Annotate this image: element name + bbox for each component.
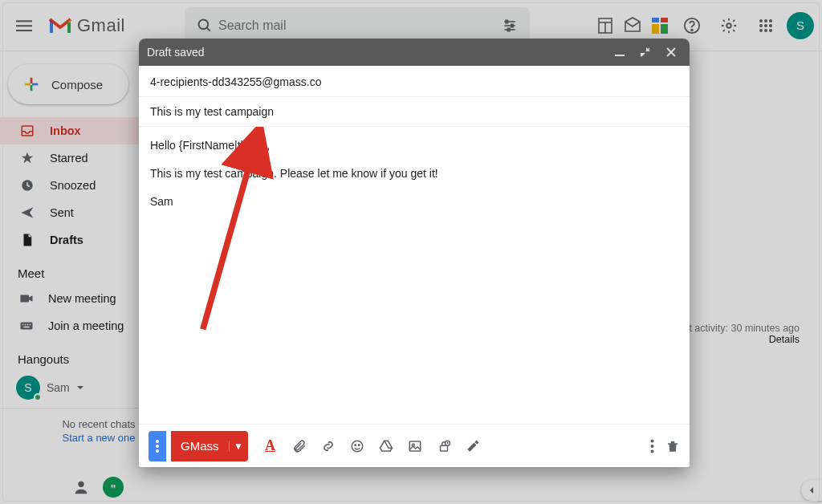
svg-point-50 bbox=[156, 449, 159, 453]
svg-rect-40 bbox=[27, 324, 29, 326]
hangouts-icon[interactable] bbox=[103, 477, 124, 498]
star-icon bbox=[19, 151, 35, 165]
search-options-icon[interactable] bbox=[496, 18, 523, 34]
confidential-mode-icon[interactable] bbox=[434, 439, 454, 453]
svg-point-19 bbox=[691, 29, 693, 30]
account-avatar[interactable]: S bbox=[787, 12, 814, 39]
gmass-send-button[interactable]: GMass ▼ bbox=[171, 431, 248, 461]
svg-point-28 bbox=[764, 29, 767, 32]
inbox-icon bbox=[19, 124, 35, 138]
sidebar-item-label: Starred bbox=[50, 152, 88, 165]
svg-point-21 bbox=[759, 19, 763, 22]
no-recent-chats-text: No recent chats bbox=[62, 418, 135, 430]
body-line: Hello {FirstName|there}, bbox=[150, 136, 678, 155]
format-text-icon[interactable]: A bbox=[261, 437, 280, 454]
shrink-icon bbox=[641, 47, 650, 57]
person-icon[interactable] bbox=[72, 478, 90, 496]
body-signature: Sam bbox=[150, 193, 678, 211]
svg-point-43 bbox=[78, 482, 83, 487]
svg-rect-15 bbox=[661, 18, 668, 22]
svg-point-20 bbox=[726, 23, 731, 28]
search-input[interactable] bbox=[218, 18, 496, 33]
svg-rect-42 bbox=[23, 327, 30, 328]
main-menu-button[interactable] bbox=[8, 10, 40, 42]
svg-rect-54 bbox=[409, 441, 421, 451]
compose-header[interactable]: Draft saved bbox=[139, 39, 690, 66]
sidebar-item-label: Snoozed bbox=[50, 179, 96, 192]
svg-point-59 bbox=[651, 445, 654, 448]
svg-point-51 bbox=[352, 441, 363, 452]
svg-point-29 bbox=[769, 29, 772, 32]
svg-rect-1 bbox=[16, 25, 32, 26]
extension-icon-1[interactable] bbox=[594, 14, 616, 37]
gmail-logo-icon bbox=[48, 16, 72, 35]
help-button[interactable] bbox=[676, 10, 708, 42]
presence-indicator bbox=[34, 393, 42, 401]
attach-file-icon[interactable] bbox=[290, 439, 309, 453]
insert-link-icon[interactable] bbox=[319, 438, 338, 454]
apps-grid-icon bbox=[759, 18, 773, 33]
help-icon bbox=[683, 17, 701, 35]
insert-signature-icon[interactable] bbox=[463, 439, 482, 453]
clock-icon bbox=[19, 178, 35, 193]
plus-icon bbox=[22, 75, 40, 93]
svg-rect-41 bbox=[30, 324, 31, 326]
extension-icon-2[interactable] bbox=[621, 14, 644, 37]
insert-emoji-icon[interactable] bbox=[348, 439, 367, 453]
settings-button[interactable] bbox=[713, 10, 745, 42]
svg-rect-36 bbox=[21, 295, 30, 303]
meet-item-label: New meeting bbox=[48, 292, 116, 305]
svg-rect-56 bbox=[440, 445, 447, 451]
compose-title: Draft saved bbox=[147, 46, 604, 59]
keyboard-icon bbox=[19, 319, 34, 333]
insert-drive-icon[interactable] bbox=[376, 439, 396, 453]
gmail-logo[interactable]: Gmail bbox=[48, 15, 177, 36]
search-icon bbox=[191, 18, 218, 34]
svg-line-4 bbox=[207, 27, 210, 30]
apps-button[interactable] bbox=[750, 10, 782, 42]
compose-to-field[interactable]: 4-recipients-dd343255@gmass.co bbox=[139, 66, 690, 97]
sidebar-item-label: Drafts bbox=[50, 234, 83, 246]
svg-rect-9 bbox=[511, 24, 514, 26]
sidebar-item-label: Sent bbox=[50, 206, 74, 219]
meet-item-label: Join a meeting bbox=[48, 319, 124, 332]
svg-rect-39 bbox=[25, 324, 26, 326]
compose-body[interactable]: Hello {FirstName|there}, This is my test… bbox=[139, 127, 690, 424]
sent-icon bbox=[19, 205, 35, 220]
compose-window: Draft saved 4-recipients-dd343255@gmass.… bbox=[139, 39, 690, 467]
svg-rect-17 bbox=[661, 24, 668, 34]
svg-point-3 bbox=[199, 19, 209, 29]
shrink-button[interactable] bbox=[635, 47, 656, 57]
insert-photo-icon[interactable] bbox=[405, 439, 425, 453]
compose-subject-field[interactable]: This is my test campaign bbox=[139, 97, 690, 127]
gmail-logo-text: Gmail bbox=[77, 15, 125, 36]
svg-rect-38 bbox=[22, 324, 24, 326]
body-line: This is my test campaign. Please let me … bbox=[150, 165, 678, 183]
close-button[interactable] bbox=[661, 47, 682, 57]
side-panel-toggle[interactable] bbox=[801, 480, 822, 501]
gmass-options-button[interactable] bbox=[149, 431, 166, 461]
svg-point-60 bbox=[651, 449, 654, 453]
hangouts-username: Sam bbox=[47, 381, 70, 394]
svg-rect-14 bbox=[652, 18, 659, 22]
svg-point-27 bbox=[759, 29, 763, 32]
minimize-icon bbox=[615, 47, 625, 57]
minimize-button[interactable] bbox=[609, 47, 630, 57]
compose-toolbar: GMass ▼ A bbox=[139, 424, 690, 467]
svg-rect-2 bbox=[16, 30, 32, 31]
gear-icon bbox=[720, 17, 738, 35]
svg-rect-16 bbox=[652, 24, 659, 34]
chevron-down-icon bbox=[76, 384, 84, 392]
discard-draft-icon[interactable] bbox=[665, 439, 680, 453]
svg-rect-0 bbox=[16, 20, 32, 22]
chevron-left-icon bbox=[808, 486, 816, 494]
svg-point-26 bbox=[769, 24, 772, 27]
extension-icon-3[interactable] bbox=[649, 14, 671, 37]
svg-rect-10 bbox=[508, 28, 511, 30]
more-options-icon[interactable] bbox=[650, 439, 654, 453]
svg-rect-8 bbox=[506, 20, 508, 22]
compose-button[interactable]: Compose bbox=[8, 64, 128, 104]
video-icon bbox=[19, 291, 34, 306]
svg-point-49 bbox=[156, 445, 159, 448]
gmass-dropdown[interactable]: ▼ bbox=[229, 441, 248, 452]
